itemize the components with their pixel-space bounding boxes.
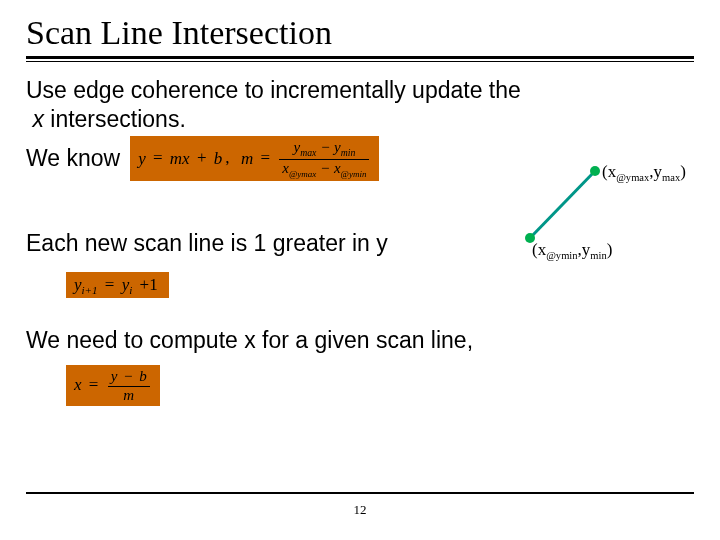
label-xymax: (x@ymax,ymax) bbox=[602, 162, 686, 183]
we-know-label: We know bbox=[26, 144, 120, 173]
title-rule-heavy bbox=[26, 56, 694, 59]
footer-rule bbox=[26, 492, 694, 494]
intro-rest: intersections. bbox=[44, 106, 186, 132]
formula-y-increment: yi+1 = yi +1 bbox=[66, 272, 169, 298]
we-know-row: We know y = mx + b, m = ymax − ymin x@ym… bbox=[26, 136, 694, 182]
page-title: Scan Line Intersection bbox=[26, 14, 694, 52]
intro-italic-x: x bbox=[32, 106, 44, 132]
label-xymin: (x@ymin,ymin) bbox=[532, 240, 612, 261]
intro-line-1: Use edge coherence to incrementally upda… bbox=[26, 76, 694, 105]
title-rule-light bbox=[26, 61, 694, 62]
slide: Scan Line Intersection Use edge coherenc… bbox=[0, 0, 720, 540]
need-paragraph: We need to compute x for a given scan li… bbox=[26, 326, 694, 355]
intro-line-2: x intersections. bbox=[26, 105, 694, 134]
page-number: 12 bbox=[0, 502, 720, 518]
formula-x: x = y − b m bbox=[66, 365, 160, 406]
formula-y-increment-wrap: yi+1 = yi +1 bbox=[66, 268, 169, 298]
formula-x-wrap: x = y − b m bbox=[66, 365, 160, 406]
formula-slope: y = mx + b, m = ymax − ymin x@ymax − x@y… bbox=[130, 136, 379, 182]
